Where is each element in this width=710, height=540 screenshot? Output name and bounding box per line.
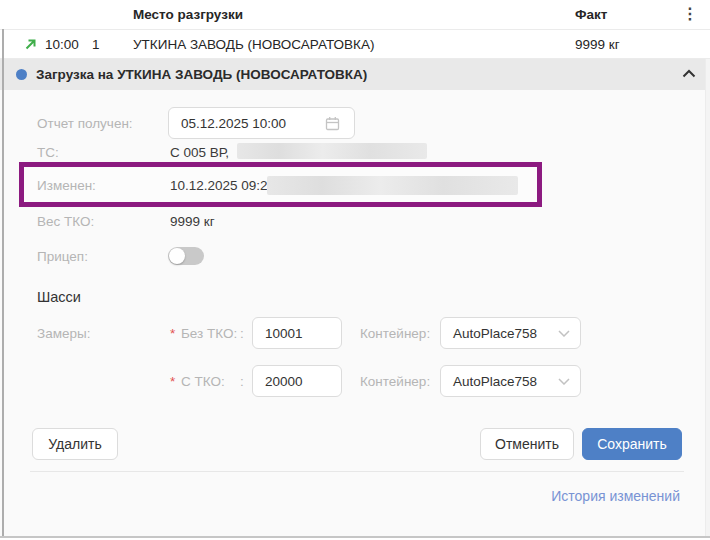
column-header-fact: Факт bbox=[575, 7, 607, 22]
chevron-down-icon bbox=[558, 330, 570, 337]
save-button[interactable]: Сохранить bbox=[582, 428, 682, 460]
row-sequence: 1 bbox=[92, 37, 100, 52]
without-tko-input[interactable] bbox=[252, 317, 342, 349]
required-asterisk: * bbox=[170, 326, 175, 341]
loading-arrow-icon bbox=[24, 38, 37, 51]
row-place: УТКИНА ЗАВОДЬ (НОВОСАРАТОВКА) bbox=[133, 37, 374, 52]
row-fact-weight: 9999 кг bbox=[575, 37, 620, 52]
table-header-row: Место разгрузки Факт ⋮ bbox=[0, 0, 710, 30]
redacted-text bbox=[237, 143, 427, 159]
report-received-label: Отчет получен: bbox=[37, 116, 133, 131]
container-select-value: AutoPlace758 bbox=[453, 326, 537, 341]
window-left-edge bbox=[2, 29, 4, 537]
vehicle-label: ТС: bbox=[37, 145, 59, 160]
weight-value: 9999 кг bbox=[170, 214, 215, 229]
modified-label: Изменен: bbox=[37, 178, 96, 193]
without-tko-label: Без ТКО: bbox=[181, 326, 237, 341]
delete-button[interactable]: Удалить bbox=[32, 428, 118, 460]
colon-separator: : bbox=[240, 374, 244, 389]
cancel-button[interactable]: Отменить bbox=[480, 428, 574, 460]
vehicle-value: С 005 ВР, bbox=[170, 145, 229, 160]
chassis-heading: Шасси bbox=[37, 289, 81, 305]
trailer-toggle[interactable] bbox=[168, 247, 204, 265]
waybill-panel-screen: Место разгрузки Факт ⋮ 10:00 1 УТКИНА ЗА… bbox=[0, 0, 710, 540]
colon-separator: : bbox=[240, 326, 244, 341]
table-row[interactable]: 10:00 1 УТКИНА ЗАВОДЬ (НОВОСАРАТОВКА) 99… bbox=[0, 30, 710, 59]
row-time: 10:00 bbox=[45, 37, 79, 52]
with-tko-label: С ТКО: bbox=[181, 374, 225, 389]
history-link[interactable]: История изменений bbox=[551, 488, 680, 504]
modified-value: 10.12.2025 09:27 bbox=[170, 178, 275, 193]
required-asterisk: * bbox=[170, 374, 175, 389]
panel-title: Загрузка на УТКИНА ЗАВОДЬ (НОВОСАРАТОВКА… bbox=[36, 67, 367, 82]
container-label: Контейнер: bbox=[360, 326, 430, 341]
measurements-label: Замеры: bbox=[37, 326, 90, 341]
more-options-icon[interactable]: ⋮ bbox=[682, 5, 698, 23]
trailer-label: Прицеп: bbox=[37, 249, 88, 264]
collapse-chevron-icon[interactable] bbox=[682, 69, 696, 78]
panel-header[interactable]: Загрузка на УТКИНА ЗАВОДЬ (НОВОСАРАТОВКА… bbox=[0, 59, 710, 90]
status-dot-icon bbox=[16, 69, 27, 80]
window-bottom-edge bbox=[0, 536, 710, 538]
chevron-down-icon bbox=[558, 378, 570, 385]
calendar-icon[interactable] bbox=[325, 116, 340, 131]
container-select-value: AutoPlace758 bbox=[453, 374, 537, 389]
column-header-place: Место разгрузки bbox=[133, 7, 243, 22]
redacted-text bbox=[267, 176, 518, 195]
with-tko-input[interactable] bbox=[252, 365, 342, 397]
container-label: Контейнер: bbox=[360, 374, 430, 389]
scrollbar-track[interactable] bbox=[705, 59, 710, 536]
container-select[interactable]: AutoPlace758 bbox=[440, 365, 581, 397]
container-select[interactable]: AutoPlace758 bbox=[440, 317, 581, 349]
weight-label: Вес ТКО: bbox=[37, 214, 94, 229]
footer-divider bbox=[30, 471, 684, 472]
